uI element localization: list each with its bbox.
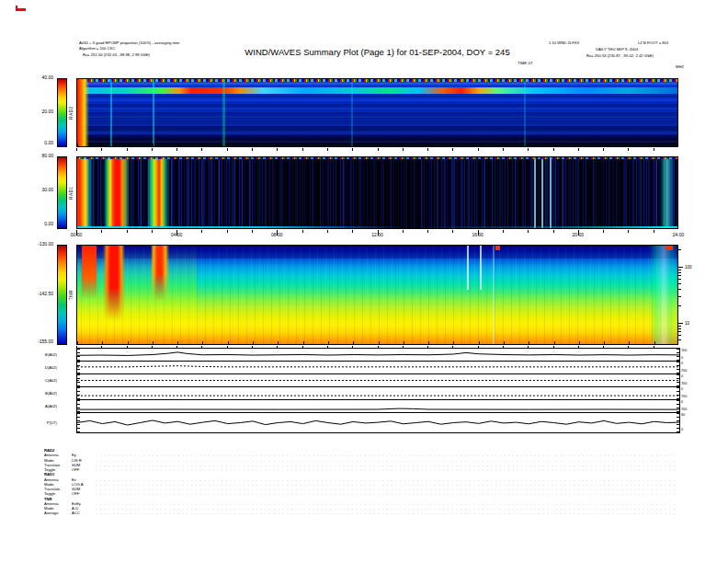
header-footer-code: LZ B FOOT = 801 (638, 40, 668, 45)
strip-right-ticks (677, 413, 679, 432)
legend-line: ToggleOFF. . . . . . . . . . . . . . . .… (44, 467, 676, 472)
waves-summary-plot-page: A030 + 3 good RPCMP proportion (100%) - … (0, 0, 728, 563)
colorbar-tick-label: 80.00 (13, 153, 53, 158)
rad2-colorbar (57, 78, 67, 147)
rad2-burst-streak (222, 79, 225, 146)
tnr-right-tick (678, 331, 681, 332)
page-title: WIND/WAVES Summary Plot (Page 1) for 01-… (83, 47, 672, 57)
strip-row (77, 361, 679, 373)
corner-crop-mark-vertical (16, 6, 17, 11)
strip-row-label: E(A02) (18, 352, 57, 357)
strip-left-ticks (77, 374, 80, 386)
header-processing-note: A030 + 3 good RPCMP proportion (100%) - … (79, 40, 179, 45)
tnr-bright-streak (467, 246, 469, 290)
strip-row (77, 348, 679, 361)
rad2-burst-streak (524, 79, 526, 146)
strip-row (77, 373, 679, 386)
colorbar-tick-label: 40.00 (13, 75, 53, 80)
strip-trace (77, 362, 679, 373)
rad2-midnight-burst (77, 79, 89, 146)
tnr-right-tick (678, 279, 681, 280)
tnr-right-tick (678, 289, 681, 290)
legend-value: OFF (72, 491, 96, 496)
rad1-top-noise-strip (77, 157, 677, 159)
strip-left-ticks (77, 349, 80, 361)
strip-row (77, 386, 679, 399)
strip-trace (77, 349, 679, 361)
rad1-type3-burst (147, 157, 169, 228)
tnr-right-tick-label: 100 (685, 265, 692, 270)
rad2-panel-name: RAD2 (67, 78, 75, 147)
colorbar-tick-label: 0.00 (13, 140, 53, 145)
strip-row (77, 399, 679, 412)
strip-right-ticks (677, 362, 679, 373)
legend-dot-leader: . . . . . . . . . . . . . . . . . . . . … (96, 511, 676, 515)
strip-right-scale-top: 60 (681, 413, 685, 417)
tnr-spectrogram (76, 245, 678, 345)
strip-trace (77, 387, 679, 399)
header-generation-date: DAILY THU SEP 9, 2004 (596, 47, 638, 52)
colorbar-tick-label: -130.00 (13, 241, 53, 247)
rad2-spectrogram (76, 78, 678, 147)
strip-trace (77, 400, 679, 412)
time-tick-label: 12:00 (365, 232, 391, 237)
tnr-right-tick (678, 339, 681, 340)
colorbar-tick-label: -142.50 (13, 291, 53, 296)
tnr-right-tick (678, 249, 681, 250)
strip-left-ticks (77, 387, 80, 399)
time-tick-label: 16:00 (465, 232, 491, 237)
tnr-right-edge-enhancement (649, 246, 678, 344)
time-axis-label: TIME UT (518, 61, 533, 65)
time-tick-label: 04:00 (164, 232, 189, 237)
legend-line: ToggleOFF. . . . . . . . . . . . . . . .… (44, 491, 676, 496)
colorbar-tick-label: 20.00 (13, 109, 53, 114)
strip-left-ticks (77, 413, 80, 432)
strip-right-scale-top: 700 (681, 349, 687, 352)
tnr-right-tick (678, 305, 681, 306)
tnr-right-tick (678, 326, 681, 327)
strip-right-ticks (677, 387, 679, 399)
strip-row-label: C(A02) (18, 378, 57, 383)
tnr-right-tick (678, 270, 681, 270)
strip-left-ticks (77, 400, 80, 412)
tnr-type3-burst (151, 246, 169, 301)
strip-row (77, 412, 679, 432)
rad2-top-noise-strip (77, 79, 677, 82)
time-tick-label: 20:00 (565, 232, 591, 237)
header-version-string: 1.10 WND 2LFXX (549, 40, 579, 45)
strip-row-label: D(A02) (18, 365, 57, 370)
strip-right-scale-top: 0 (681, 362, 683, 365)
tnr-right-tick (678, 323, 683, 324)
receiver-settings-legend: RAD2AntennaEy. . . . . . . . . . . . . .… (44, 448, 676, 516)
strip-right-scale-top: 0 (681, 387, 683, 391)
rad2-emission-band (77, 87, 677, 94)
tnr-right-tick (678, 328, 681, 329)
strip-row-label: B(A02) (18, 391, 57, 396)
rad2-burst-streak (351, 79, 353, 146)
rad2-hour-ticks (77, 144, 677, 146)
strip-left-ticks (77, 362, 80, 373)
tnr-red-spot (495, 246, 500, 250)
legend-key: Average (44, 511, 72, 515)
strip-right-scale-bottom: 700 (681, 369, 687, 373)
colorbar-tick-label: 0.00 (13, 221, 53, 226)
rad1-bright-column (550, 157, 552, 228)
strip-trace (77, 413, 679, 432)
strip-right-scale-top: 0 (681, 400, 683, 404)
tnr-right-tick (678, 296, 681, 297)
tnr-bright-streak (480, 246, 482, 290)
colorbar-tick-label: 30.00 (13, 187, 53, 192)
tnr-type3-burst (82, 246, 97, 299)
tnr-type3-burst (103, 246, 125, 321)
legend-value: OFF (72, 467, 96, 472)
tnr-right-tick (678, 335, 681, 336)
rad1-bright-column (541, 157, 543, 228)
strip-right-scale-bottom: 700 (681, 382, 687, 385)
rad2-burst-streak (110, 79, 112, 146)
strip-right-ticks (677, 374, 679, 386)
tnr-panel-name: TNR (67, 245, 75, 345)
rad1-type3-burst (77, 157, 93, 228)
tnr-right-tick (678, 275, 681, 276)
tnr-bright-streak (493, 246, 495, 344)
strip-row-label: P(DT) (18, 420, 57, 425)
